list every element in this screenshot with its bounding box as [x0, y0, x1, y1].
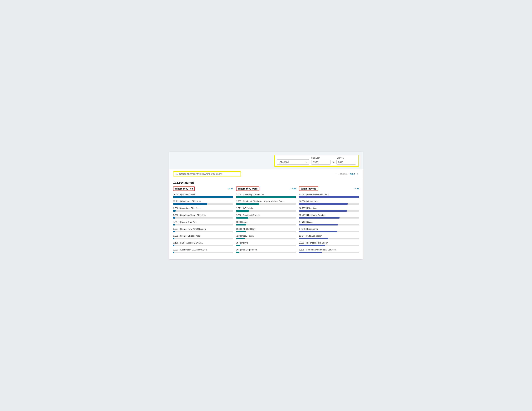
search-nav-bar: ‹ Previous Next ›: [169, 169, 363, 179]
attended-select-wrap[interactable]: Attended: [277, 159, 309, 165]
bar-background: [173, 203, 233, 205]
start-year-input[interactable]: [311, 160, 331, 165]
top-filter-bar: Attended Start year to End year: [169, 152, 363, 169]
to-label: to: [332, 161, 334, 165]
list-item: 15,487 | Healthcare Services: [299, 214, 359, 219]
bar-background: [173, 196, 233, 198]
row-label: 95,211 | Cincinnati, Ohio Area: [173, 200, 233, 202]
bar-background: [236, 196, 296, 198]
column-title-what-do: What they do: [299, 187, 318, 191]
add-filter-where-work[interactable]: + Add: [291, 187, 296, 190]
column-header-where-work: Where they work+ Add: [236, 187, 296, 191]
outer-frame: Attended Start year to End year: [164, 147, 368, 264]
row-label: 808 | Fifth Third Bank: [236, 228, 296, 230]
row-label: 1,957 | Cincinnati Children's Hospital M…: [236, 200, 296, 202]
list-item: 2,323 | Washington D.C. Metro Area: [173, 249, 233, 253]
bar-fill: [299, 210, 347, 212]
add-filter-what-do[interactable]: + Add: [353, 187, 359, 190]
bar-background: [236, 203, 296, 205]
bar-background: [173, 245, 233, 246]
list-item: 95,211 | Cincinnati, Ohio Area: [173, 200, 233, 205]
row-label: 15,487 | Healthcare Services: [299, 214, 359, 216]
bar-background: [299, 231, 359, 233]
list-item: 14,548 | Engineering: [299, 228, 359, 233]
bar-background: [173, 231, 233, 233]
end-year-label: End year: [336, 157, 356, 159]
search-wrap: [173, 171, 241, 177]
end-year-group: End year: [336, 157, 356, 165]
row-label: 4,624 | Dayton, Ohio Area: [173, 221, 233, 223]
bar-fill: [236, 238, 245, 239]
row-label: 852 | Kroger: [236, 221, 296, 223]
list-item: 357 | Macy's: [236, 242, 296, 246]
list-item: 5,050 | University of Cincinnati: [236, 193, 296, 198]
row-label: 1,030 | Procter & Gamble: [236, 214, 296, 216]
bar-fill: [299, 224, 338, 225]
list-item: 11,247 | Arts and Design: [299, 235, 359, 239]
bar-background: [173, 238, 233, 239]
list-item: 1,957 | Cincinnati Children's Hospital M…: [236, 200, 296, 205]
column-header-what-do: What they do+ Add: [299, 187, 359, 191]
content-area: 172,504 alumni Where they live+ Add167,9…: [169, 179, 363, 259]
next-button[interactable]: Next: [349, 172, 356, 176]
list-item: 852 | Kroger: [236, 221, 296, 225]
row-label: 1,071 | GE Aviation: [236, 207, 296, 209]
bar-background: [236, 245, 296, 246]
bar-background: [299, 252, 359, 253]
bar-background: [236, 252, 296, 253]
bar-background: [173, 252, 233, 253]
next-chevron[interactable]: ›: [356, 172, 359, 176]
bar-fill: [299, 217, 340, 219]
main-card: Attended Start year to End year: [169, 152, 363, 259]
bar-fill: [299, 252, 322, 253]
row-label: 14,796 | Sales: [299, 221, 359, 223]
start-year-group: Start year: [311, 157, 331, 165]
bar-fill: [299, 203, 348, 205]
row-label: 167,928 | United States: [173, 193, 233, 196]
row-label: 357 | Macy's: [236, 242, 296, 244]
bar-fill: [236, 252, 239, 253]
row-label: 9,851 | Information Technology: [299, 242, 359, 244]
column-title-where-live: Where they live: [173, 187, 195, 191]
bar-background: [173, 224, 233, 225]
list-item: 6,582 | Columbus, Ohio Area: [173, 207, 233, 212]
row-label: 3,251 | Greater Chicago Area: [173, 235, 233, 237]
bar-fill: [299, 231, 337, 233]
attended-select[interactable]: Attended: [279, 160, 308, 163]
list-item: 9,851 | Information Technology: [299, 242, 359, 246]
list-item: 18,277 | Education: [299, 207, 359, 212]
end-year-input[interactable]: [336, 160, 356, 165]
add-filter-where-live[interactable]: + Add: [228, 187, 233, 190]
row-label: 14,548 | Engineering: [299, 228, 359, 230]
list-item: 22,897 | Business Development: [299, 193, 359, 198]
bar-fill: [236, 245, 240, 246]
bar-fill: [173, 203, 207, 205]
bar-fill: [236, 224, 246, 225]
column-where-work: Where they work+ Add5,050 | University o…: [236, 187, 296, 255]
list-item: 167,928 | United States: [173, 193, 233, 198]
list-item: 808 | Fifth Third Bank: [236, 228, 296, 233]
row-label: 2,323 | Washington D.C. Metro Area: [173, 249, 233, 251]
bar-background: [236, 217, 296, 219]
search-input[interactable]: [179, 173, 238, 175]
bar-fill: [173, 217, 175, 219]
previous-chevron: ‹: [334, 172, 337, 176]
bar-fill: [173, 210, 176, 212]
row-label: 723 | Mercy Health: [236, 235, 296, 237]
list-item: 1,030 | Procter & Gamble: [236, 214, 296, 219]
list-item: 3,251 | Greater Chicago Area: [173, 235, 233, 239]
filter-highlight-box: Attended Start year to End year: [274, 155, 359, 167]
bar-background: [236, 210, 296, 212]
pagination: ‹ Previous Next ›: [334, 172, 359, 176]
bar-background: [299, 224, 359, 225]
bar-fill: [236, 217, 248, 219]
column-title-where-work: Where they work: [236, 187, 259, 191]
list-item: 1,071 | GE Aviation: [236, 207, 296, 212]
row-label: 3,168 | San Francisco Bay Area: [173, 242, 233, 244]
alumni-count: 172,504 alumni: [173, 181, 359, 185]
column-header-where-live: Where they live+ Add: [173, 187, 233, 191]
bar-background: [236, 231, 296, 233]
bar-background: [236, 224, 296, 225]
list-item: 723 | Mercy Health: [236, 235, 296, 239]
row-label: 5,050 | University of Cincinnati: [236, 193, 296, 196]
